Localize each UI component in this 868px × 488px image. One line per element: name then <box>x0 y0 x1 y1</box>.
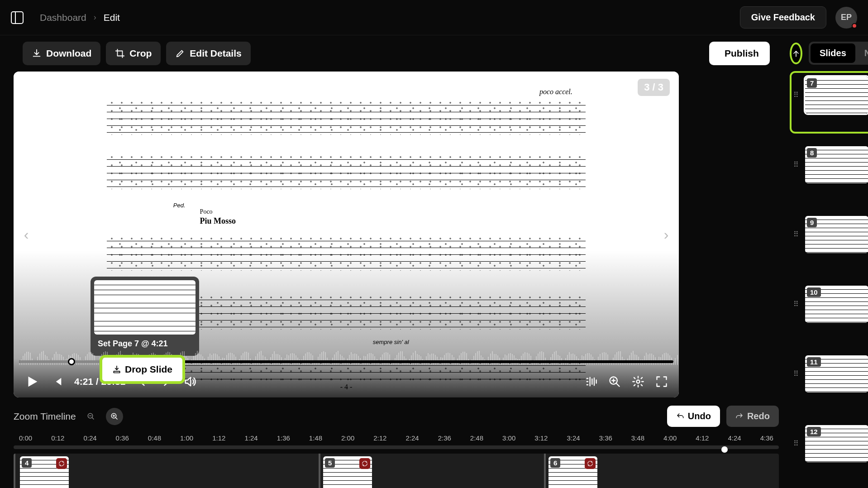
clip-number: 5 <box>325 458 335 468</box>
timeline-ticks: 0:000:120:240:360:481:001:121:241:361:48… <box>14 432 779 444</box>
timeline-tick: 1:00 <box>180 434 193 442</box>
timeline-tick: 0:24 <box>83 434 96 442</box>
tab-notes[interactable]: Notes <box>855 43 868 63</box>
drag-handle-icon[interactable]: ⠿ <box>793 93 799 97</box>
drag-handle-icon[interactable]: ⠿ <box>793 163 799 167</box>
drop-slide-button-label: Drop Slide <box>125 364 172 375</box>
slide-thumbnail[interactable]: 11 <box>805 355 868 392</box>
redo-button[interactable]: Redo <box>726 406 779 427</box>
marking-sempre: sempre sin' al <box>373 339 409 345</box>
download-icon <box>32 48 42 58</box>
timeline-clip[interactable]: 4 0:00 <box>20 456 69 488</box>
slide-thumbnail[interactable]: 12 <box>805 425 868 462</box>
slide-number: 11 <box>807 357 821 367</box>
edit-details-button[interactable]: Edit Details <box>166 42 250 65</box>
drop-icon <box>112 365 121 374</box>
timeline-tick: 2:24 <box>405 434 419 442</box>
timeline-tick: 3:36 <box>599 434 612 442</box>
slide-item[interactable]: ⠿ 12 Edit ••• <box>790 420 868 482</box>
slide-number: 7 <box>807 78 817 88</box>
timeline-tick: 0:12 <box>51 434 64 442</box>
timeline-tick: 2:48 <box>470 434 483 442</box>
timeline-tick: 1:36 <box>277 434 290 442</box>
settings-icon[interactable] <box>632 375 644 388</box>
marking-poco: Poco <box>200 208 213 215</box>
avatar[interactable]: EP <box>835 7 857 29</box>
slide-item[interactable]: ⠿ 11 Edit ••• <box>790 350 868 412</box>
zoom-timeline-label: Zoom Timeline <box>14 411 76 422</box>
timeline-tick: 0:00 <box>19 434 32 442</box>
publish-button[interactable]: Publish <box>709 42 770 65</box>
slide-thumbnail[interactable]: 10 <box>805 286 868 323</box>
slide-item[interactable]: ⠿ 7 Edit ••• <box>790 71 868 134</box>
slide-number: 9 <box>807 218 817 227</box>
prev-page-arrow[interactable]: ‹ <box>17 226 35 243</box>
notification-dot-icon <box>852 23 857 29</box>
edit-details-label: Edit Details <box>190 48 241 59</box>
drag-handle-icon[interactable]: ⠿ <box>793 372 799 376</box>
panel-tabs: Slides Notes Hidden <box>809 42 868 65</box>
clip-thumbnail: 5 2:12 <box>323 456 372 488</box>
slide-item[interactable]: ⠿ 10 Edit ••• <box>790 280 868 343</box>
slide-number: 12 <box>807 427 821 436</box>
undo-label: Undo <box>688 411 711 421</box>
slide-thumbnail[interactable]: 9 <box>805 216 868 253</box>
timeline-playhead[interactable] <box>721 446 728 453</box>
fullscreen-icon[interactable] <box>655 375 668 388</box>
next-page-arrow[interactable]: › <box>657 226 675 243</box>
clip-number: 6 <box>550 458 560 468</box>
timeline-tick: 3:12 <box>534 434 548 442</box>
download-button[interactable]: Download <box>23 42 100 65</box>
drop-slide-button[interactable]: Drop Slide <box>102 358 182 381</box>
play-button[interactable] <box>24 374 40 389</box>
page-counter-badge: 3 / 3 <box>638 79 670 96</box>
audio-settings-icon[interactable] <box>585 375 597 388</box>
crop-label: Crop <box>129 48 152 59</box>
clip-sync-badge-icon <box>56 458 67 469</box>
timeline-tick: 0:36 <box>116 434 129 442</box>
slides-panel: Slides Notes Hidden ••• ⠿ 7 Edit <box>783 35 868 488</box>
score-preview: poco accel. Poco Piu Mosso Ped. sempre s… <box>14 72 679 397</box>
breadcrumb: Dashboard › Edit <box>40 12 120 23</box>
timeline-track[interactable]: 4 0:00 5 2:12 6 3:51 <box>14 454 779 488</box>
crop-button[interactable]: Crop <box>106 42 161 65</box>
zoom-in-button[interactable] <box>106 408 123 425</box>
skip-start-button[interactable] <box>51 375 63 388</box>
timeline-zoom-row: Zoom Timeline Undo Redo <box>9 397 783 430</box>
zoom-out-button[interactable] <box>82 408 100 425</box>
zoom-in-icon[interactable] <box>608 375 621 388</box>
slide-item[interactable]: ⠿ 9 Edit ••• <box>790 211 868 273</box>
top-nav: Dashboard › Edit Give Feedback EP <box>0 0 868 35</box>
slide-number: 8 <box>807 148 817 158</box>
volume-button[interactable] <box>183 375 196 388</box>
tab-slides[interactable]: Slides <box>811 43 855 63</box>
svg-point-1 <box>637 380 640 383</box>
crop-icon <box>115 48 125 58</box>
slide-thumbnail[interactable]: 7 <box>805 77 868 114</box>
clip-thumbnail: 4 0:00 <box>20 456 69 488</box>
timeline-clip[interactable]: 6 3:51 <box>548 456 597 488</box>
timeline-tick: 2:00 <box>341 434 354 442</box>
drag-handle-icon[interactable]: ⠿ <box>793 302 799 306</box>
drag-handle-icon[interactable]: ⠿ <box>793 442 799 445</box>
drop-slide-label: Set Page 7 @ 4:21 <box>94 338 196 352</box>
publish-label: Publish <box>725 48 759 59</box>
drop-slide-card[interactable]: Set Page 7 @ 4:21 <box>91 277 199 356</box>
timeline-tick: 4:12 <box>696 434 709 442</box>
sidebar-toggle-icon[interactable] <box>11 11 24 24</box>
slide-thumbnail[interactable]: 8 <box>805 146 868 183</box>
timeline-tick: 3:24 <box>567 434 580 442</box>
redo-label: Redo <box>747 411 770 421</box>
clip-sync-badge-icon <box>585 458 596 469</box>
marking-poco-accel: poco accel. <box>539 88 572 96</box>
drop-slide-thumbnail <box>94 280 196 335</box>
drag-handle-icon[interactable]: ⠿ <box>793 233 799 236</box>
undo-button[interactable]: Undo <box>667 406 720 427</box>
scroll-to-current-button[interactable] <box>790 43 802 64</box>
timeline-clip[interactable]: 5 2:12 <box>323 456 372 488</box>
give-feedback-button[interactable]: Give Feedback <box>740 6 826 29</box>
timeline-scrollbar[interactable] <box>14 445 779 449</box>
breadcrumb-dashboard[interactable]: Dashboard <box>40 12 86 23</box>
pencil-icon <box>175 48 185 58</box>
slide-item[interactable]: ⠿ 8 Edit ••• <box>790 141 868 203</box>
